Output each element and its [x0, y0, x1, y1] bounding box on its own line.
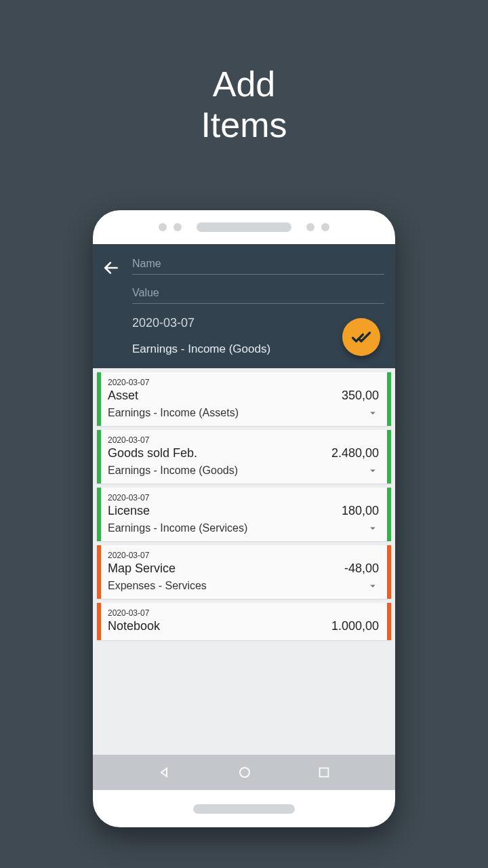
list-item[interactable]: 2020-03-07 Map Service -48,00 Expenses -… — [97, 545, 391, 599]
item-date: 2020-03-07 — [108, 435, 379, 445]
item-name: Goods sold Feb. — [108, 446, 197, 460]
item-category: Earnings - Income (Services) — [108, 522, 247, 534]
device-bottom — [93, 790, 395, 827]
nav-back-icon[interactable] — [157, 764, 173, 781]
item-date: 2020-03-07 — [108, 608, 379, 618]
item-value: 350,00 — [342, 389, 379, 403]
color-bar — [387, 372, 391, 426]
color-bar — [387, 488, 391, 541]
value-input[interactable] — [132, 283, 384, 304]
list-item[interactable]: 2020-03-07 Goods sold Feb. 2.480,00 Earn… — [97, 430, 391, 484]
item-name: Map Service — [108, 561, 176, 576]
svg-point-1 — [240, 768, 249, 777]
list-item[interactable]: 2020-03-07 Notebook 1.000,00 — [97, 603, 391, 640]
chevron-down-icon[interactable] — [367, 580, 379, 592]
list-item[interactable]: 2020-03-07 Asset 350,00 Earnings - Incom… — [97, 372, 391, 426]
item-date: 2020-03-07 — [108, 378, 379, 387]
promo-line2: Items — [201, 105, 287, 144]
color-bar — [387, 545, 391, 599]
chevron-down-icon[interactable] — [367, 465, 379, 477]
device-frame: 2020-03-07 Earnings - Income (Goods) 202… — [93, 210, 395, 827]
chevron-down-icon[interactable] — [367, 522, 379, 534]
promo-line1: Add — [213, 64, 276, 104]
app-screen: 2020-03-07 Earnings - Income (Goods) 202… — [93, 244, 395, 790]
double-check-icon — [351, 327, 371, 347]
android-navbar — [93, 755, 395, 790]
item-name: Notebook — [108, 619, 160, 633]
item-date: 2020-03-07 — [108, 493, 379, 502]
svg-rect-2 — [320, 768, 329, 777]
device-top — [93, 210, 395, 244]
item-category: Earnings - Income (Assets) — [108, 407, 239, 419]
add-item-header: 2020-03-07 Earnings - Income (Goods) — [93, 244, 395, 368]
item-date: 2020-03-07 — [108, 551, 379, 560]
nav-home-icon[interactable] — [237, 764, 253, 781]
name-input[interactable] — [132, 254, 384, 275]
item-value: -48,00 — [344, 561, 379, 576]
promo-title: Add Items — [0, 64, 488, 146]
arrow-left-icon — [102, 259, 120, 277]
color-bar — [387, 603, 391, 640]
items-list[interactable]: 2020-03-07 Asset 350,00 Earnings - Incom… — [93, 368, 395, 790]
chevron-down-icon[interactable] — [367, 407, 379, 419]
back-button[interactable] — [102, 259, 120, 279]
nav-recent-icon[interactable] — [317, 765, 331, 780]
item-name: License — [108, 504, 150, 518]
item-name: Asset — [108, 389, 138, 403]
list-item[interactable]: 2020-03-07 License 180,00 Earnings - Inc… — [97, 488, 391, 541]
item-value: 180,00 — [342, 504, 379, 518]
item-value: 2.480,00 — [331, 446, 379, 460]
item-category: Expenses - Services — [108, 580, 207, 592]
item-category: Earnings - Income (Goods) — [108, 465, 238, 477]
color-bar — [387, 430, 391, 484]
item-value: 1.000,00 — [331, 619, 379, 633]
confirm-button[interactable] — [342, 318, 380, 356]
